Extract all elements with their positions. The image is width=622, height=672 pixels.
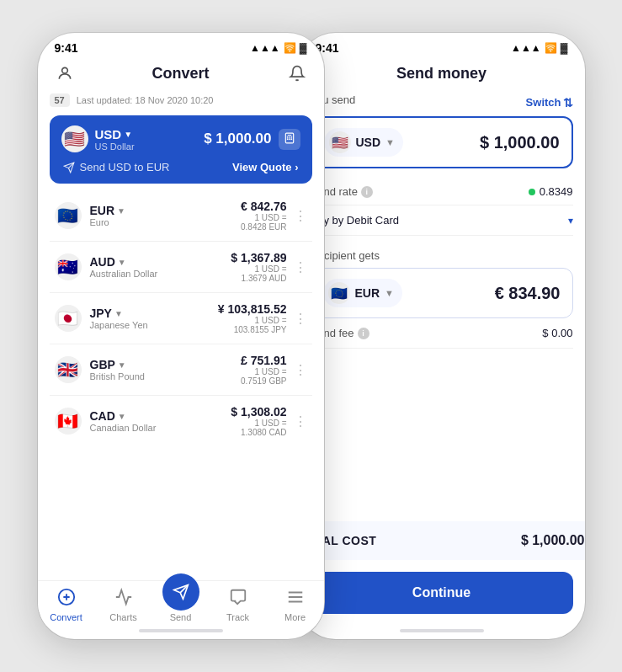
- send-currency-select[interactable]: 🇺🇸 USD ▼: [324, 128, 403, 157]
- switch-button[interactable]: Switch ⇅: [526, 96, 573, 109]
- send-quote-row: Send USD to EUR View Quote ›: [61, 152, 300, 184]
- total-amount: $ 1,000.00: [521, 533, 585, 548]
- right-battery-icon: ▓: [561, 42, 568, 54]
- svg-point-0: [61, 67, 67, 73]
- rate-info-icon[interactable]: i: [361, 186, 373, 198]
- recipient-currency-code: EUR: [355, 286, 380, 300]
- send-rate-row: Send rate i 0.8349: [311, 179, 573, 205]
- gbp-rate: 1 USD =0.7519 GBP: [241, 367, 287, 386]
- green-dot: [529, 189, 535, 195]
- send-fee-row: Send fee i $ 0.00: [311, 318, 573, 349]
- selected-dropdown-arrow: ▼: [124, 130, 132, 139]
- eur-more[interactable]: ⋮: [294, 208, 307, 224]
- rate-value: 0.8349: [529, 185, 573, 198]
- left-status-bar: 9:41 ▲▲▲ 🛜 ▓: [38, 33, 324, 58]
- aud-name: Australian Dollar: [90, 269, 158, 279]
- aud-rate: 1 USD =1.3679 AUD: [231, 264, 286, 283]
- selected-currency-card[interactable]: 🇺🇸 USD ▼ US Dollar $ 1,000.00: [50, 115, 312, 184]
- send-icon: [162, 573, 199, 611]
- jpy-more[interactable]: ⋮: [294, 311, 307, 327]
- nav-track-label: Track: [226, 612, 249, 622]
- eur-amount: € 842.76: [241, 200, 287, 213]
- gbp-row[interactable]: 🇬🇧 GBP ▼ British Pound £ 751.91 1 USD =0…: [50, 344, 312, 396]
- cad-row[interactable]: 🇨🇦 CAD ▼ Canadian Dollar $ 1,308.02 1 US…: [50, 396, 312, 446]
- view-quote-button[interactable]: View Quote ›: [232, 161, 299, 173]
- right-status-bar: 9:41 ▲▲▲ 🛜 ▓: [299, 33, 585, 58]
- you-send-header: You send Switch ⇅: [311, 93, 573, 111]
- calculator-icon[interactable]: [279, 129, 300, 150]
- wifi-icon: 🛜: [284, 42, 296, 54]
- aud-more[interactable]: ⋮: [294, 259, 307, 275]
- left-content: 57 Last updated: 18 Nov 2020 10:20 🇺🇸 US…: [38, 93, 324, 580]
- left-header-title: Convert: [77, 65, 285, 83]
- send-label: Send USD to EUR: [63, 161, 170, 173]
- jpy-code: JPY ▼: [90, 307, 148, 320]
- cad-code: CAD ▼: [90, 409, 157, 423]
- right-wifi-icon: 🛜: [545, 42, 557, 54]
- jpy-amount: ¥ 103,815.52: [218, 302, 287, 316]
- cad-rate: 1 USD =1.3080 CAD: [231, 419, 286, 437]
- nav-send[interactable]: Send: [157, 589, 204, 622]
- jpy-row[interactable]: 🇯🇵 JPY ▼ Japanese Yen ¥ 103,815.52 1 USD…: [50, 293, 312, 344]
- left-phone: 9:41 ▲▲▲ 🛜 ▓ Convert: [38, 33, 324, 639]
- gbp-more[interactable]: ⋮: [294, 362, 307, 378]
- recipient-section: Recipient gets 🇪🇺 EUR ▼ € 834.90: [311, 248, 573, 318]
- signal-icon: ▲▲▲: [250, 42, 280, 54]
- send-dropdown: ▼: [385, 137, 395, 147]
- switch-icon: ⇅: [563, 96, 573, 109]
- profile-icon[interactable]: [53, 61, 77, 85]
- left-home-indicator: [139, 629, 223, 632]
- nav-track[interactable]: Track: [215, 588, 261, 622]
- selected-currency-amount: $ 1,000.00: [204, 131, 271, 147]
- selected-currency-left: 🇺🇸 USD ▼ US Dollar: [61, 125, 135, 152]
- cad-flag: 🇨🇦: [55, 408, 82, 435]
- usd-flag: 🇺🇸: [61, 125, 88, 152]
- recipient-flag: 🇪🇺: [328, 282, 350, 304]
- bell-icon[interactable]: [285, 61, 309, 85]
- aud-row[interactable]: 🇦🇺 AUD ▼ Australian Dollar $ 1,367.89 1 …: [50, 242, 312, 293]
- eur-code: EUR ▼: [90, 204, 125, 217]
- right-screen: 9:41 ▲▲▲ 🛜 ▓ Send money You send: [299, 33, 585, 639]
- pay-chevron-icon: ▾: [568, 215, 573, 227]
- gbp-code: GBP ▼: [90, 358, 145, 371]
- jpy-name: Japanese Yen: [90, 320, 148, 330]
- total-cost-row: TOTAL COST $ 1,000.00: [299, 521, 585, 560]
- nav-convert[interactable]: Convert: [43, 588, 89, 622]
- recipient-card[interactable]: 🇪🇺 EUR ▼ € 834.90: [311, 268, 573, 318]
- cad-more[interactable]: ⋮: [294, 413, 307, 429]
- gbp-name: British Pound: [90, 371, 145, 381]
- eur-row[interactable]: 🇪🇺 EUR ▼ Euro € 842.76 1 USD =0.8428 EUR: [50, 190, 312, 242]
- right-header-title: Send money: [338, 65, 546, 83]
- cad-name: Canadian Dollar: [90, 423, 157, 433]
- continue-button[interactable]: Continue: [311, 572, 573, 614]
- selected-currency-name: US Dollar: [95, 141, 135, 152]
- more-icon: [286, 588, 305, 611]
- nav-convert-label: Convert: [50, 612, 82, 622]
- send-flag: 🇺🇸: [329, 131, 351, 153]
- aud-code: AUD ▼: [90, 255, 158, 269]
- you-send-card[interactable]: 🇺🇸 USD ▼ $ 1,000.00: [311, 116, 573, 168]
- fee-info-icon[interactable]: i: [358, 328, 369, 339]
- nav-more[interactable]: More: [272, 588, 318, 622]
- nav-charts[interactable]: Charts: [100, 588, 146, 622]
- selected-currency-info: USD ▼ US Dollar: [95, 127, 135, 152]
- left-header: Convert: [38, 58, 324, 93]
- eur-name: Euro: [90, 217, 125, 227]
- nav-more-label: More: [284, 612, 306, 622]
- right-content: You send Switch ⇅ 🇺🇸 USD ▼ $ 1,000.00: [299, 93, 585, 521]
- jpy-flag: 🇯🇵: [55, 305, 82, 332]
- currency-list: 🇪🇺 EUR ▼ Euro € 842.76 1 USD =0.8428 EUR: [50, 190, 312, 446]
- update-badge: 57: [50, 93, 70, 107]
- pay-method-row[interactable]: Pay by Debit Card ▾: [311, 205, 573, 236]
- aud-flag: 🇦🇺: [55, 253, 82, 280]
- send-currency-code: USD: [356, 136, 381, 149]
- convert-icon: [57, 588, 76, 611]
- right-header: Send money: [299, 58, 585, 93]
- selected-currency-code: USD ▼: [95, 127, 135, 141]
- recipient-currency-select[interactable]: 🇪🇺 EUR ▼: [323, 279, 402, 307]
- battery-icon: ▓: [300, 42, 307, 54]
- charts-icon: [114, 588, 133, 611]
- recipient-amount: € 834.90: [495, 284, 561, 303]
- update-text: Last updated: 18 Nov 2020 10:20: [77, 95, 214, 105]
- eur-flag: 🇪🇺: [55, 202, 82, 229]
